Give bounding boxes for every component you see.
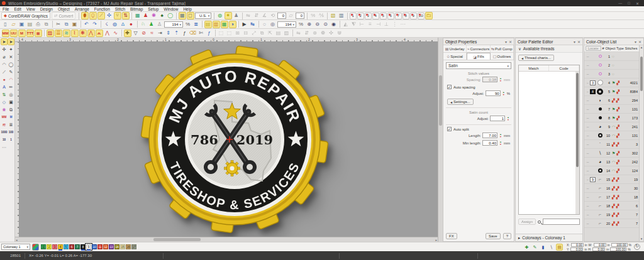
- color-chip-1[interactable]: 1: [41, 244, 46, 249]
- digitize-open-icon[interactable]: ◠: [1, 61, 8, 68]
- object-row-10[interactable]: ─10◠▞131: [584, 131, 639, 140]
- close-button[interactable]: ✕: [636, 1, 639, 6]
- color-object-icon[interactable]: ▥: [213, 21, 220, 28]
- resize-icon[interactable]: ⤢: [250, 30, 258, 37]
- diamond-tool-icon[interactable]: ◇: [1, 99, 8, 106]
- save-button[interactable]: Save: [486, 233, 501, 239]
- hoop-icon[interactable]: ◻: [187, 12, 194, 19]
- circle-tool-icon[interactable]: ●: [1, 76, 8, 83]
- digitize-closed-icon[interactable]: ◯: [8, 61, 14, 68]
- rotate-angle-field[interactable]: 0: [277, 13, 286, 19]
- color-chip-4[interactable]: 4: [58, 244, 63, 249]
- fusion-fill-icon[interactable]: ▨: [47, 30, 54, 37]
- align-right-icon[interactable]: ⊣: [375, 21, 382, 28]
- edit-colorway-icon[interactable]: ✎: [531, 244, 538, 251]
- zoom-100-icon[interactable]: ◎: [269, 21, 277, 28]
- menu-help[interactable]: Help: [180, 7, 194, 11]
- tatami-stitch-icon[interactable]: UU: [10, 30, 18, 37]
- preset-button-6[interactable]: 6: [387, 13, 394, 19]
- mirror-y-icon[interactable]: ⇵: [253, 12, 260, 19]
- ellipse-outline-icon[interactable]: ⬯: [89, 12, 97, 19]
- zoom-in-icon[interactable]: ⊕: [306, 21, 313, 28]
- colorways-footer[interactable]: ▸Colorways - Colorway 1: [516, 234, 582, 241]
- overview-toggle-icon[interactable]: ≣: [192, 21, 200, 28]
- ring-tool-icon[interactable]: ◎: [8, 91, 14, 98]
- needle-point-icon[interactable]: ☇: [103, 21, 111, 28]
- design-properties-icon[interactable]: ▤: [26, 21, 34, 28]
- thread-search-input[interactable]: [543, 219, 580, 225]
- wave-effect-icon[interactable]: ≈: [148, 30, 156, 37]
- wreath-icon[interactable]: ❁: [319, 30, 327, 37]
- object-row-16[interactable]: ─⌐16▞▞30: [584, 184, 639, 193]
- maximize-button[interactable]: □: [628, 1, 630, 6]
- new-icon[interactable]: ▯: [2, 21, 9, 28]
- text-rotate-icon[interactable]: ⇡: [173, 30, 180, 37]
- object-row-5[interactable]: −85⚑▞8384: [584, 87, 639, 96]
- color-chip-15[interactable]: 15: [120, 244, 125, 249]
- design-check-icon[interactable]: Δ: [119, 21, 127, 28]
- colors-grid-icon[interactable]: ▦: [221, 21, 228, 28]
- add-colorway-icon[interactable]: ✚: [523, 244, 530, 251]
- color-chip-16[interactable]: 16: [126, 244, 131, 249]
- tab-special[interactable]: ✩Special: [443, 53, 467, 60]
- swap-start-end-icon[interactable]: ⇅: [122, 12, 130, 19]
- stitch-density-field[interactable]: 194▾: [164, 21, 183, 28]
- threads-list[interactable]: Match Code: [518, 65, 580, 215]
- cut-icon[interactable]: ✂: [55, 21, 62, 28]
- zoom-previous-icon[interactable]: ◉: [330, 21, 338, 28]
- object-row-1[interactable]: ─1◌: [584, 52, 639, 61]
- units-select[interactable]: U.S.▾: [195, 13, 211, 19]
- color-chip-13[interactable]: 13: [109, 244, 114, 249]
- flip-horizontal-icon[interactable]: ⇋: [295, 30, 303, 37]
- satin-stitch-icon[interactable]: MM: [2, 30, 9, 37]
- preset-button-9[interactable]: 9: [410, 13, 417, 19]
- polygon-select-icon[interactable]: ⬚: [226, 30, 233, 37]
- align-center-icon[interactable]: ≡: [367, 21, 374, 28]
- open-icon[interactable]: ▱: [10, 21, 18, 28]
- bitmap-photo-icon[interactable]: ▦: [134, 12, 142, 19]
- motif-fill-icon[interactable]: M: [18, 30, 26, 37]
- preset-button-3[interactable]: 3: [365, 13, 372, 19]
- scale-x-field[interactable]: 100.00: [611, 243, 628, 247]
- object-row-8[interactable]: ─8⚑▞173: [584, 114, 639, 122]
- eraser-icon[interactable]: ⌫: [189, 30, 197, 37]
- auto-digitize-flower-icon[interactable]: ❋: [150, 12, 158, 19]
- object-row-9[interactable]: ─◕9◠▞241: [584, 122, 639, 131]
- menu-bitmap[interactable]: Bitmap: [128, 7, 145, 11]
- skew-icon[interactable]: ▱: [287, 12, 295, 19]
- panel-close-icon[interactable]: ✕: [509, 40, 512, 44]
- settings-button[interactable]: ◂ Settings...: [447, 99, 474, 105]
- object-row-13[interactable]: ─◕13◠▞242: [584, 158, 639, 166]
- object-row-15[interactable]: −9⌐15▞▞19: [584, 175, 639, 184]
- panel-pin-icon[interactable]: ▾: [635, 40, 636, 44]
- spacing-spinner[interactable]: ▲▼: [499, 77, 502, 82]
- peak-fill-icon[interactable]: ⋀: [87, 30, 95, 37]
- digitize-run-icon[interactable]: ⟋: [1, 68, 8, 75]
- move-icon[interactable]: ⇱: [267, 30, 274, 37]
- star-fill-icon[interactable]: ✚: [124, 30, 131, 37]
- magic-wand-tool-icon[interactable]: ✦: [8, 46, 14, 53]
- person-gray-icon[interactable]: ♟: [233, 12, 240, 19]
- adjust-input[interactable]: [486, 90, 501, 96]
- menu-view[interactable]: View: [24, 7, 38, 11]
- tab-pull-comp[interactable]: ⇆Pull Comp: [491, 45, 514, 52]
- space-evenly-icon[interactable]: ⊥: [383, 21, 391, 28]
- menu-design[interactable]: Design: [38, 7, 55, 11]
- lettering-icon[interactable]: ♘: [140, 21, 147, 28]
- minimize-button[interactable]: —: [618, 1, 622, 6]
- world-icon[interactable]: ◍: [111, 21, 119, 28]
- object-row-17[interactable]: ─⌐17▞▞18: [584, 193, 639, 202]
- sharp-peak-icon[interactable]: ⋀: [104, 30, 111, 37]
- object-list-scrollbar[interactable]: ▲▼: [639, 45, 643, 241]
- stitch-type-select[interactable]: Satin▾: [446, 62, 511, 69]
- satin-count-input[interactable]: [490, 116, 505, 121]
- magic-wand-person-icon[interactable]: ♟: [142, 12, 150, 19]
- ring-icon[interactable]: ◯: [167, 12, 174, 19]
- panel-pin-icon[interactable]: ▾: [574, 40, 575, 44]
- colorway-select[interactable]: Colorway 1▾: [1, 244, 30, 250]
- zoom-1000-button[interactable]: 1000: [1, 129, 8, 136]
- object-row-12[interactable]: ─∖12⚑▞302: [584, 149, 639, 158]
- swap-colors-tool-icon[interactable]: ⇅: [1, 91, 8, 98]
- reshape-tool-icon[interactable]: ✣: [1, 46, 8, 53]
- lettering-tool-icon[interactable]: A: [1, 84, 8, 90]
